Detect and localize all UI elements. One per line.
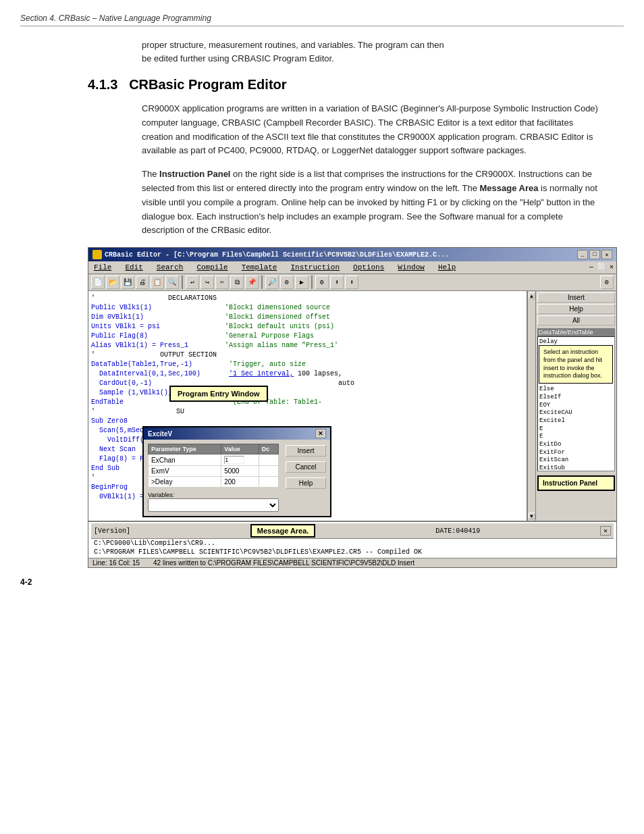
redo-icon[interactable]: ↪: [200, 276, 214, 289]
param-exmv: ExmV: [149, 466, 221, 477]
section-title: 4.1.3 CRBasic Program Editor: [88, 77, 624, 93]
new-file-icon[interactable]: 📄: [91, 276, 105, 289]
instruction-panel: Insert Help All DataTable/EndTable Delay…: [535, 291, 616, 521]
menu-search[interactable]: Search: [154, 263, 186, 272]
paste-icon[interactable]: 📌: [245, 276, 259, 289]
excitev-title-text: ExciteV: [148, 430, 172, 438]
separator-3: [311, 276, 313, 289]
all-instr-button[interactable]: All: [537, 315, 615, 325]
code-line-4: Units VBlk1 = psi 'Block1 default units …: [91, 322, 524, 332]
print2-icon[interactable]: 📋: [151, 276, 164, 289]
code-line-9: DataInterval(0,1,Sec,100) '1 Sec interva…: [91, 369, 524, 379]
msg-compiled: C:\PROGRAM FILES\CAMPBELL SCIENTIFIC\PC9…: [91, 548, 614, 556]
callout-bubble: Select an instruction from the panel and…: [539, 345, 613, 384]
code-line-6: Alias VBlk1(1) = Press_1 'Assign alias n…: [91, 341, 524, 350]
code-line-3: Dim 0VBlk1(1) 'Block1 dimensioned offset: [91, 313, 524, 322]
page-container: Section 4. CRBasic – Native Language Pro…: [0, 0, 644, 600]
variables-select[interactable]: [148, 498, 279, 512]
excitev-dialog[interactable]: ExciteV ✕ Parameter Type: [142, 426, 331, 517]
insert-button[interactable]: Insert: [286, 445, 326, 457]
code-line-14: Sub Zero8: [91, 417, 524, 426]
menu-edit[interactable]: Edit: [122, 263, 145, 272]
maximize-button[interactable]: □: [589, 250, 600, 259]
close-button[interactable]: ✕: [601, 250, 612, 259]
find-icon[interactable]: 🔎: [265, 276, 279, 289]
upload-icon[interactable]: ⬆: [330, 276, 344, 289]
replace-icon[interactable]: ⚙: [280, 276, 294, 289]
copy-icon[interactable]: ⧉: [230, 276, 244, 289]
msg-close-button[interactable]: ✕: [600, 526, 611, 536]
code-line-1: ' DECLARATIONS: [91, 294, 524, 303]
toolbar: 📄 📂 💾 🖨 📋 🔍 ↩ ↪ ✂ ⧉ 📌 🔎 ⚙ ▶ ⚙ ⬆ ⬇ ⚙: [88, 274, 616, 291]
instr-excitel: Excitel: [539, 417, 613, 425]
section-header: Section 4. CRBasic – Native Language Pro…: [20, 14, 624, 26]
col-param-type: Parameter Type: [149, 444, 221, 454]
instr-panel-label-container: Instruction Panel: [537, 475, 615, 491]
excitev-close-button[interactable]: ✕: [315, 429, 326, 438]
menu-template[interactable]: Template: [239, 263, 280, 272]
settings-icon[interactable]: ⚙: [600, 276, 614, 289]
cursor-position: Line: 16 Col: 15: [92, 559, 140, 567]
excitev-buttons: Insert Cancel Help: [283, 444, 326, 512]
code-line-5: Public Flag(8) 'General Purpose Flags: [91, 332, 524, 341]
instr-else: Else: [539, 386, 613, 394]
separator-2: [261, 276, 263, 289]
scroll-up-button[interactable]: ▲: [529, 292, 535, 299]
screenshot: CRBasic Editor - [C:\Program Files\Campb…: [88, 247, 617, 568]
download-icon[interactable]: ⬇: [345, 276, 358, 289]
window-controls[interactable]: _ □ ✕: [577, 250, 612, 259]
open-icon[interactable]: 📂: [106, 276, 119, 289]
code-line-13: ' SU: [91, 407, 524, 417]
preview-icon[interactable]: 🔍: [165, 276, 179, 289]
message-area: [Version] Message Area. DATE:040419 ✕ C:…: [88, 521, 616, 558]
instr-eoy: EOY: [539, 402, 613, 410]
col-value: Value: [221, 444, 259, 454]
instruction-panel-label: Instruction Panel: [537, 475, 615, 491]
date-text: DATE:040419: [435, 527, 480, 535]
menu-window[interactable]: Window: [395, 263, 427, 272]
menu-compile[interactable]: Compile: [194, 263, 230, 272]
menu-instruction[interactable]: Instruction: [288, 263, 342, 272]
code-line-2: Public VBlk1(1) 'Block1 dimensioned sour…: [91, 303, 524, 313]
dc-exchan: [259, 454, 278, 466]
variables-label: Variables:: [148, 492, 279, 498]
menu-file[interactable]: File: [91, 263, 114, 272]
code-line-8: DataTable(Table1,True,-1) 'Trigger, auto…: [91, 360, 524, 369]
instruction-panel-ref: Instruction Panel: [159, 169, 230, 179]
excitev-table-area: Parameter Type Value Dc ExChan: [148, 444, 279, 512]
cancel-button[interactable]: Cancel: [286, 461, 326, 473]
code-line-10: CardOut(0,-1) auto: [91, 379, 524, 388]
menu-help[interactable]: Help: [435, 263, 458, 272]
goto-icon[interactable]: ▶: [295, 276, 308, 289]
status-info: 42 lines written to C:\PROGRAM FILES\CAM…: [153, 559, 414, 567]
intro-text: proper structure, measurement routines, …: [142, 38, 624, 65]
instr-excitecau: ExciteCAU: [539, 409, 613, 417]
undo-icon[interactable]: ↩: [186, 276, 199, 289]
editor-scrollbar[interactable]: ▲ ▼: [527, 291, 535, 521]
scan-text: Scan: [99, 427, 115, 434]
instr-exitscan: ExitScan: [539, 457, 613, 465]
print-icon[interactable]: 🖨: [136, 276, 149, 289]
message-area-label: Message Area.: [250, 524, 316, 538]
help-button[interactable]: Help: [286, 477, 326, 489]
compile-icon[interactable]: ⚙: [315, 276, 329, 289]
val-exchan[interactable]: [221, 454, 259, 466]
separator-1: [182, 276, 183, 289]
instr-exitsub: ExitSub: [539, 465, 613, 471]
instr-panel-label-text: Instruction Panel: [543, 479, 597, 487]
page-number: 4-2: [20, 577, 624, 587]
scroll-down-button[interactable]: ▼: [529, 513, 535, 519]
code-editor[interactable]: ' DECLARATIONS Public VBlk1(1) 'Block1 d…: [88, 291, 527, 521]
body-pre: The: [142, 169, 159, 179]
insert-instr-button[interactable]: Insert: [537, 292, 615, 303]
minimize-button[interactable]: _: [577, 250, 588, 259]
body-para-1-text: CR9000X application programs are written…: [142, 103, 598, 155]
dc-exmv: [259, 466, 278, 477]
help-instr-button[interactable]: Help: [537, 304, 615, 314]
save-icon[interactable]: 💾: [121, 276, 134, 289]
col-dc: Dc: [259, 444, 278, 454]
excitev-main: Parameter Type Value Dc ExChan: [148, 444, 326, 512]
val-exmv: 5000: [221, 466, 259, 477]
menu-options[interactable]: Options: [350, 263, 387, 272]
cut-icon[interactable]: ✂: [215, 276, 229, 289]
